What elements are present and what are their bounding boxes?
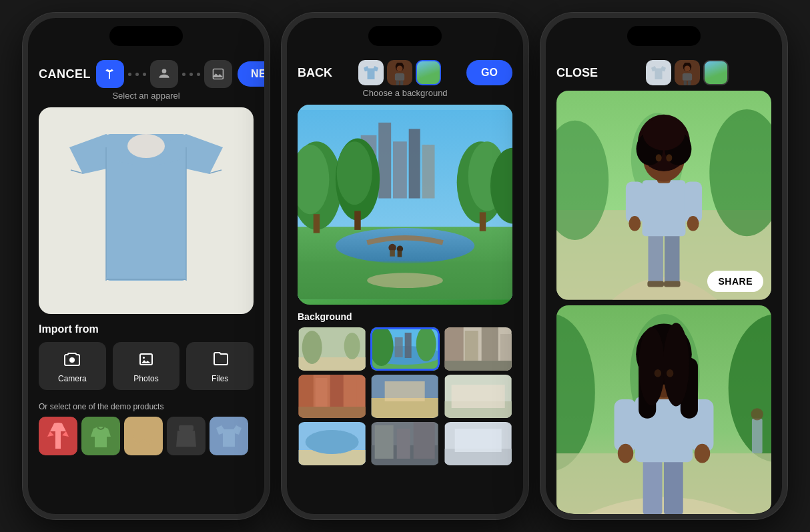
bg-thumb-6[interactable] xyxy=(444,375,512,418)
svg-point-59 xyxy=(416,327,436,361)
step-dot-1 xyxy=(128,73,131,76)
svg-point-0 xyxy=(162,69,167,74)
svg-rect-29 xyxy=(378,123,391,199)
back-button[interactable]: BACK xyxy=(298,66,332,80)
svg-rect-24 xyxy=(400,81,402,85)
bg-thumb-4[interactable] xyxy=(298,375,366,418)
phone2-step-park[interactable] xyxy=(416,60,441,85)
svg-point-92 xyxy=(685,65,691,71)
svg-rect-30 xyxy=(393,141,407,198)
svg-point-48 xyxy=(367,273,443,288)
result-scene-2 xyxy=(556,305,771,515)
files-label: Files xyxy=(212,374,228,383)
phone-1: CANCEL xyxy=(23,13,270,519)
svg-rect-123 xyxy=(752,418,763,453)
phone3-step-park xyxy=(703,60,729,85)
cancel-button[interactable]: CANCEL xyxy=(39,67,91,81)
bg-thumb-2[interactable] xyxy=(370,327,439,371)
svg-line-10 xyxy=(210,170,222,173)
demo-title: Or select one of the demo products xyxy=(39,402,254,411)
svg-rect-104 xyxy=(664,281,681,287)
photos-import-button[interactable]: Photos xyxy=(113,342,180,390)
result-image-1: SHARE xyxy=(556,91,771,300)
svg-point-138 xyxy=(663,323,689,406)
svg-point-55 xyxy=(370,346,439,365)
svg-rect-101 xyxy=(648,229,663,285)
svg-point-130 xyxy=(618,443,634,463)
svg-rect-15 xyxy=(133,427,154,436)
camera-icon xyxy=(64,351,80,371)
svg-marker-18 xyxy=(364,66,378,79)
demo-product-dress[interactable] xyxy=(39,417,77,455)
phone3-header: CLOSE xyxy=(546,55,782,91)
svg-rect-85 xyxy=(414,422,435,459)
svg-point-139 xyxy=(655,369,661,377)
select-apparel-label: Select an apparel xyxy=(28,91,264,101)
phone-3: CLOSE xyxy=(540,13,787,519)
svg-rect-16 xyxy=(179,425,193,431)
svg-point-5 xyxy=(127,134,165,158)
phone2-step-icons xyxy=(338,60,461,85)
svg-point-27 xyxy=(336,228,474,263)
svg-point-137 xyxy=(639,327,665,405)
bg-thumb-5[interactable] xyxy=(370,375,439,418)
svg-rect-54 xyxy=(372,353,438,371)
svg-point-58 xyxy=(370,327,394,366)
next-button[interactable]: NEXT xyxy=(238,61,264,87)
close-button[interactable]: CLOSE xyxy=(556,66,598,80)
step-dot-2 xyxy=(135,73,139,76)
svg-rect-102 xyxy=(665,229,679,285)
bg-thumb-9[interactable] xyxy=(444,422,512,465)
demo-product-hoodie[interactable] xyxy=(81,417,120,455)
svg-marker-89 xyxy=(651,66,666,79)
bg-thumb-8[interactable] xyxy=(370,422,439,465)
step-icon-background[interactable] xyxy=(204,60,232,88)
bg-thumb-3[interactable] xyxy=(444,327,512,371)
files-icon xyxy=(212,351,228,371)
share-button[interactable]: SHARE xyxy=(707,271,763,292)
demo-product-tshirt[interactable] xyxy=(210,417,248,455)
files-import-button[interactable]: Files xyxy=(186,342,254,390)
photos-icon xyxy=(138,351,154,371)
svg-rect-105 xyxy=(643,180,686,236)
demo-products xyxy=(39,417,254,455)
step-icon-person[interactable] xyxy=(150,60,178,88)
svg-rect-1 xyxy=(214,69,224,79)
bg-grid-title: Background xyxy=(298,311,512,322)
bg-thumb-1[interactable] xyxy=(298,327,366,371)
svg-rect-74 xyxy=(385,381,425,401)
step-dot-5 xyxy=(189,73,193,76)
camera-label: Camera xyxy=(58,374,87,383)
svg-point-80 xyxy=(306,430,359,454)
import-title: Import from xyxy=(39,323,254,335)
svg-rect-126 xyxy=(664,453,683,514)
step-icons xyxy=(96,60,232,88)
phone2-header: BACK xyxy=(287,55,523,88)
step-dot-6 xyxy=(197,73,200,76)
svg-point-115 xyxy=(643,117,685,150)
svg-rect-38 xyxy=(354,211,360,229)
svg-point-140 xyxy=(667,369,673,377)
camera-import-button[interactable]: Camera xyxy=(39,342,106,390)
import-section: Import from Camera xyxy=(28,314,264,395)
svg-rect-46 xyxy=(398,251,402,257)
go-button[interactable]: GO xyxy=(466,60,512,85)
svg-rect-31 xyxy=(409,129,420,198)
step-icon-apparel[interactable] xyxy=(96,60,124,88)
svg-rect-125 xyxy=(643,453,663,514)
demo-product-shorts[interactable] xyxy=(124,417,163,455)
bg-thumb-7[interactable] xyxy=(298,422,366,465)
demo-product-skirt[interactable] xyxy=(167,417,206,455)
bg-grid-section: Background xyxy=(287,305,523,469)
svg-point-131 xyxy=(695,443,711,463)
svg-point-37 xyxy=(337,141,372,205)
svg-rect-53 xyxy=(372,327,438,371)
choose-bg-label: Choose a background xyxy=(287,88,523,98)
svg-rect-77 xyxy=(451,385,504,408)
svg-rect-22 xyxy=(394,73,404,81)
svg-rect-88 xyxy=(454,429,501,452)
photos-label: Photos xyxy=(133,374,158,383)
svg-point-109 xyxy=(687,216,699,231)
phone3-step-tshirt xyxy=(646,60,671,85)
bg-grid xyxy=(298,327,512,465)
